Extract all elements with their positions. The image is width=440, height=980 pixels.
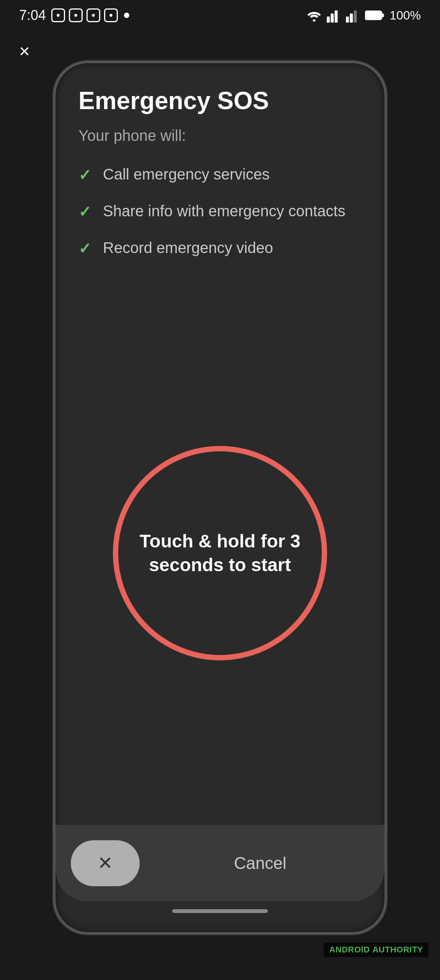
battery-icon bbox=[365, 9, 385, 21]
svg-rect-11 bbox=[365, 11, 382, 20]
svg-rect-6 bbox=[331, 13, 334, 23]
cancel-x-button[interactable]: ✕ bbox=[71, 840, 140, 886]
phone-frame: Emergency SOS Your phone will: ✓ Call em… bbox=[54, 61, 386, 934]
svg-rect-12 bbox=[382, 13, 384, 17]
notif-icon-3 bbox=[86, 8, 100, 22]
svg-point-1 bbox=[74, 14, 77, 17]
watermark: ANDROID AUTHORITY bbox=[324, 942, 429, 957]
status-time: 7:04 bbox=[19, 7, 46, 23]
emergency-title: Emergency SOS bbox=[78, 86, 362, 116]
checklist-item-3: ✓ Record emergency video bbox=[78, 237, 362, 258]
notification-icons bbox=[51, 8, 129, 22]
check-icon-1: ✓ bbox=[78, 165, 91, 185]
cell-signal-icon bbox=[346, 8, 360, 23]
notif-icon-2 bbox=[69, 8, 83, 22]
svg-rect-9 bbox=[350, 13, 353, 23]
battery-percent: 100% bbox=[389, 8, 421, 23]
notif-icon-1 bbox=[51, 8, 65, 22]
system-icons: 100% bbox=[306, 8, 421, 23]
signal-icon bbox=[327, 8, 341, 23]
checklist-text-2: Share info with emergency contacts bbox=[103, 200, 345, 222]
cancel-x-icon: ✕ bbox=[98, 854, 113, 872]
wifi-icon bbox=[306, 9, 322, 21]
checklist-item-2: ✓ Share info with emergency contacts bbox=[78, 200, 362, 222]
svg-rect-7 bbox=[335, 10, 338, 23]
status-bar: 7:04 bbox=[0, 0, 440, 31]
notif-icon-4 bbox=[104, 8, 118, 22]
svg-point-2 bbox=[92, 14, 95, 17]
cancel-button[interactable]: Cancel bbox=[151, 840, 369, 886]
dot-indicator bbox=[124, 13, 129, 18]
svg-point-4 bbox=[313, 20, 316, 22]
close-button[interactable]: × bbox=[19, 42, 30, 60]
check-icon-3: ✓ bbox=[78, 238, 91, 258]
phone-will-subtitle: Your phone will: bbox=[78, 127, 362, 144]
cancel-label: Cancel bbox=[234, 854, 287, 873]
svg-point-0 bbox=[57, 14, 60, 17]
svg-rect-10 bbox=[354, 10, 357, 23]
sos-circle-container: Touch & hold for 3 seconds to start bbox=[78, 281, 362, 825]
sos-circle-button[interactable]: Touch & hold for 3 seconds to start bbox=[113, 446, 327, 660]
svg-point-3 bbox=[109, 14, 112, 17]
watermark-suffix: AUTHORITY bbox=[372, 945, 423, 954]
checklist-text-3: Record emergency video bbox=[103, 237, 273, 258]
checklist-text-1: Call emergency services bbox=[103, 163, 270, 185]
home-indicator bbox=[172, 909, 268, 913]
watermark-prefix: ANDROID bbox=[329, 945, 370, 954]
svg-rect-5 bbox=[327, 16, 330, 23]
bottom-bar: ✕ Cancel bbox=[55, 825, 385, 902]
svg-rect-8 bbox=[346, 16, 349, 23]
phone-power-button bbox=[385, 301, 386, 323]
phone-content: Emergency SOS Your phone will: ✓ Call em… bbox=[55, 63, 385, 825]
check-icon-2: ✓ bbox=[78, 202, 91, 222]
sos-circle-label: Touch & hold for 3 seconds to start bbox=[118, 522, 322, 585]
checklist: ✓ Call emergency services ✓ Share info w… bbox=[78, 163, 362, 258]
checklist-item-1: ✓ Call emergency services bbox=[78, 163, 362, 185]
phone-volume-button bbox=[385, 247, 386, 285]
